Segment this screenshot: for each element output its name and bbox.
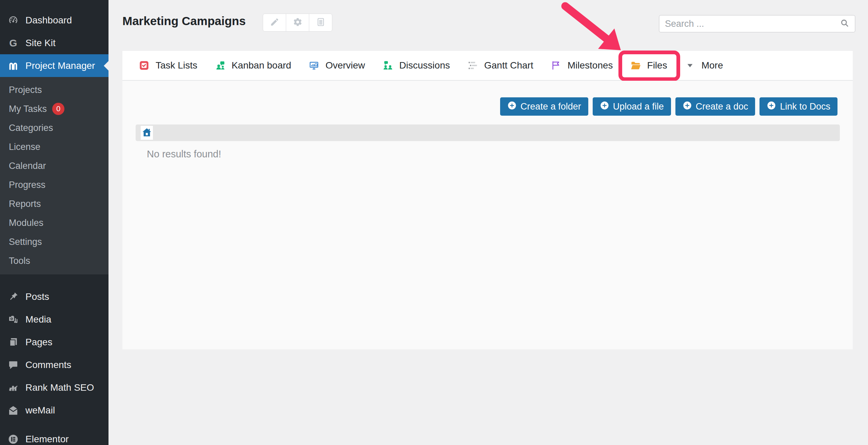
sidebar-item-tools[interactable]: Tools [0,251,108,270]
sidebar-item-label: Comments [25,360,71,370]
pushpin-icon [7,291,19,303]
document-icon [316,17,326,28]
task-lists-icon [138,60,150,71]
sidebar-item-posts[interactable]: Posts [0,285,108,308]
tab-kanban-board[interactable]: Kanban board [214,60,291,71]
sidebar-item-label: Project Manager [25,60,95,71]
dashboard-icon [7,15,19,26]
chevron-down-icon [684,60,696,71]
gear-icon [293,17,302,28]
sidebar-separator [0,422,108,428]
pages-icon [7,336,19,348]
sidebar-item-media[interactable]: Media [0,308,108,331]
plus-circle-icon [507,101,517,113]
tab-milestones[interactable]: Milestones [550,60,613,71]
main-content: Marketing Campaigns [108,0,868,445]
upload-file-button[interactable]: Upload a file [593,97,671,116]
tab-task-lists[interactable]: Task Lists [138,60,197,71]
sidebar-item-project-manager[interactable]: Project Manager [0,54,108,77]
create-folder-button[interactable]: Create a folder [500,97,588,116]
sidebar-item-settings[interactable]: Settings [0,232,108,251]
files-tab-content: Create a folder Upload a file Create a d… [122,81,853,349]
discussions-icon [382,60,394,71]
search-box [659,15,855,33]
sidebar-item-label: Dashboard [25,15,72,26]
search-input[interactable] [665,19,840,29]
sitekit-icon: G [7,37,19,49]
elementor-icon [7,433,19,445]
tab-gantt-chart[interactable]: Gantt Chart [467,60,533,71]
sidebar-item-modules[interactable]: Modules [0,213,108,232]
breadcrumb-home[interactable] [141,126,153,140]
project-doc-button[interactable] [309,14,332,32]
sidebar-item-dashboard[interactable]: Dashboard [0,9,108,32]
project-header-buttons [263,14,332,32]
sidebar-item-calendar[interactable]: Calendar [0,156,108,175]
sidebar-item-label: Elementor [25,434,69,445]
milestone-flag-icon [550,60,562,71]
sidebar-item-reports[interactable]: Reports [0,194,108,213]
sidebar-item-elementor[interactable]: Elementor [0,428,108,445]
tab-overview[interactable]: Overview [308,60,365,71]
sidebar-item-site-kit[interactable]: G Site Kit [0,32,108,54]
project-tabs: Task Lists Kanban board Overview Discuss… [122,51,853,81]
edit-project-button[interactable] [263,14,286,32]
comments-icon [7,359,19,371]
home-icon [142,127,152,139]
plus-circle-icon [767,101,776,113]
project-panel: Task Lists Kanban board Overview Discuss… [122,51,853,349]
sidebar-item-wemail[interactable]: weMail [0,399,108,422]
sidebar-separator [0,274,108,285]
sidebar-item-my-tasks[interactable]: My Tasks 0 [0,99,108,118]
sidebar-item-categories[interactable]: Categories [0,118,108,137]
sidebar-item-label: Site Kit [25,38,56,49]
admin-sidebar: Dashboard G Site Kit Project Manager Pro… [0,0,108,445]
page-title: Marketing Campaigns [122,14,246,28]
pencil-icon [270,17,279,28]
project-manager-icon [7,60,19,72]
sidebar-item-label: Media [25,314,51,325]
overview-icon [308,60,320,71]
folder-icon [630,60,642,71]
envelope-icon [7,405,19,416]
link-to-docs-button[interactable]: Link to Docs [760,97,837,116]
sidebar-item-comments[interactable]: Comments [0,353,108,376]
my-tasks-count-badge: 0 [52,103,64,115]
project-settings-button[interactable] [286,14,309,32]
sidebar-item-rank-math[interactable]: Rank Math SEO [0,376,108,399]
plus-circle-icon [600,101,609,113]
rank-math-icon [7,382,19,393]
sidebar-item-progress[interactable]: Progress [0,175,108,194]
sidebar-item-pages[interactable]: Pages [0,331,108,353]
create-doc-button[interactable]: Create a doc [675,97,755,116]
media-icon [7,314,19,325]
sidebar-item-license[interactable]: License [0,137,108,156]
sidebar-item-label: Rank Math SEO [25,382,94,393]
sidebar-item-projects[interactable]: Projects [0,80,108,99]
tab-files[interactable]: Files [630,60,667,71]
files-breadcrumb [136,124,840,141]
plus-circle-icon [683,101,692,113]
search-icon[interactable] [840,18,849,29]
empty-results-message: No results found! [147,149,221,160]
tab-discussions[interactable]: Discussions [382,60,450,71]
sidebar-item-label: Posts [25,291,49,302]
project-manager-submenu: Projects My Tasks 0 Categories License C… [0,77,108,274]
sidebar-item-label: weMail [25,405,55,416]
tab-more[interactable]: More [684,60,723,71]
sidebar-item-label: Pages [25,337,52,348]
kanban-icon [214,60,226,71]
annotation-arrow [560,3,625,54]
file-actions: Create a folder Upload a file Create a d… [500,97,837,116]
gantt-icon [467,60,478,71]
